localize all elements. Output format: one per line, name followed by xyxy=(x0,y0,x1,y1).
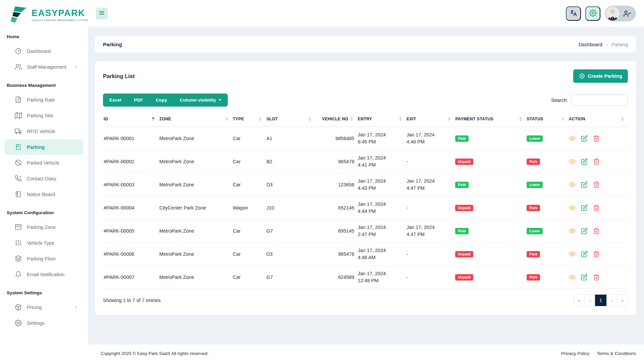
cell-payment-status: Paid xyxy=(454,127,526,150)
cell-id: #PARK-00005 xyxy=(103,220,159,243)
terms-conditions-link[interactable]: Terms & Conditions xyxy=(597,351,636,356)
column-header-action[interactable]: ACTION xyxy=(568,113,628,127)
page-1-button[interactable]: 1 xyxy=(595,295,607,306)
edit-button[interactable] xyxy=(581,228,588,234)
delete-button[interactable] xyxy=(593,135,600,142)
view-button[interactable] xyxy=(569,158,576,165)
export-pdf-button[interactable]: PDF xyxy=(127,94,149,107)
sidebar-item-label: Parking Rate xyxy=(27,97,55,103)
status-badge: Leave xyxy=(527,135,542,142)
breadcrumb-dashboard-link[interactable]: Dashboard xyxy=(579,42,602,47)
cell-slot: J10 xyxy=(266,196,315,220)
pagination: «‹1›» xyxy=(574,294,628,306)
previous-page-button[interactable]: ‹ xyxy=(585,295,595,306)
truck-icon xyxy=(15,128,22,135)
sidebar-item-parking-slot[interactable]: Parking Slot xyxy=(5,108,83,123)
first-page-button[interactable]: « xyxy=(574,295,585,306)
column-visibility-button[interactable]: Column visibility xyxy=(173,94,228,107)
sidebar-item-label: Contact Diary xyxy=(27,176,56,181)
sidebar-item-label: Notice Board xyxy=(27,192,55,197)
column-header-payment-status[interactable]: PAYMENT STATUS xyxy=(454,113,526,127)
column-header-type[interactable]: TYPE xyxy=(232,113,266,127)
view-button[interactable] xyxy=(569,204,576,211)
cell-status: Park xyxy=(526,150,568,173)
table-row: #PARK-00007MetroPark ZoneCarG7624589Jan … xyxy=(103,266,628,289)
delete-button[interactable] xyxy=(593,158,600,165)
cell-exit: - xyxy=(406,150,455,173)
cell-slot: A1 xyxy=(266,127,315,150)
cell-id: #PARK-00004 xyxy=(103,196,159,220)
column-header-vehicle-no[interactable]: VEHICLE NO xyxy=(315,113,357,127)
column-header-entry[interactable]: ENTRY xyxy=(357,113,406,127)
cell-vehicle-no: 965478 xyxy=(315,150,357,173)
sidebar-item-parking[interactable]: Parking xyxy=(5,139,83,155)
sidebar-item-parking-floor[interactable]: Parking Floor xyxy=(5,251,83,266)
view-button[interactable] xyxy=(569,274,576,281)
sidebar-item-pricing[interactable]: Pricing xyxy=(5,299,83,315)
edit-button[interactable] xyxy=(581,204,588,211)
cell-id: #PARK-00006 xyxy=(103,243,159,266)
delete-button[interactable] xyxy=(593,274,600,281)
sort-arrows-icon xyxy=(399,117,402,121)
column-label: STATUS xyxy=(527,117,543,121)
view-button[interactable] xyxy=(569,181,576,188)
column-header-id[interactable]: ID xyxy=(103,113,159,127)
edit-button[interactable] xyxy=(581,158,588,165)
cell-entry: Jan 17, 202412:48 PM xyxy=(357,266,406,289)
edit-button[interactable] xyxy=(581,274,588,281)
sidebar-item-parked-vehicle[interactable]: Parked Vehicle xyxy=(5,155,83,171)
cell-action xyxy=(568,243,628,266)
sidebar-item-rfid-vehicle[interactable]: RFID Vehicle xyxy=(5,123,83,139)
settings-button[interactable] xyxy=(585,6,600,21)
edit-button[interactable] xyxy=(581,251,588,257)
export-excel-button[interactable]: Excel xyxy=(103,94,127,107)
create-parking-button[interactable]: Create Parking xyxy=(573,69,628,83)
sidebar-item-dashboard[interactable]: Dashboard xyxy=(5,43,83,59)
edit-icon xyxy=(581,251,588,257)
profile-button[interactable] xyxy=(605,6,636,21)
last-page-button[interactable]: » xyxy=(617,295,628,306)
sidebar-toggle-button[interactable] xyxy=(96,8,108,19)
search-area: Search: xyxy=(551,95,628,106)
phone-icon xyxy=(15,175,22,182)
delete-button[interactable] xyxy=(593,228,600,234)
column-header-exit[interactable]: EXIT xyxy=(406,113,455,127)
payment-status-badge: Unpaid xyxy=(455,251,473,257)
column-header-status[interactable]: STATUS xyxy=(526,113,568,127)
content-area: Parking Dashboard › Parking Parking List… xyxy=(88,27,644,345)
view-button[interactable] xyxy=(569,251,576,257)
delete-button[interactable] xyxy=(593,204,600,211)
view-button[interactable] xyxy=(569,135,576,142)
column-header-zone[interactable]: ZONE xyxy=(159,113,232,127)
payment-status-badge: Unpaid xyxy=(455,159,473,165)
cell-entry: Jan 17, 20246:45 PM xyxy=(357,127,406,150)
privacy-policy-link[interactable]: Privacy Policy xyxy=(561,351,589,356)
column-label: VEHICLE NO xyxy=(322,117,348,121)
sidebar-item-settings[interactable]: Settings xyxy=(5,315,83,331)
delete-button[interactable] xyxy=(593,181,600,188)
card-title: Parking List xyxy=(103,73,135,79)
column-header-slot[interactable]: SLOT xyxy=(266,113,315,127)
sidebar-item-parking-zone[interactable]: Parking Zone xyxy=(5,219,83,235)
translate-icon xyxy=(570,9,577,18)
sort-arrows-icon xyxy=(308,117,311,121)
gear-icon xyxy=(15,319,22,326)
sidebar-item-email-notification[interactable]: Email Notification xyxy=(5,266,83,282)
search-input[interactable] xyxy=(571,95,628,106)
sidebar-item-parking-rate[interactable]: Parking Rate xyxy=(5,92,83,108)
map-icon xyxy=(15,112,22,119)
sidebar-item-staff-management[interactable]: Staff Management xyxy=(5,59,83,75)
next-page-button[interactable]: › xyxy=(607,295,617,306)
edit-button[interactable] xyxy=(581,181,588,188)
edit-button[interactable] xyxy=(581,135,588,142)
sidebar-item-label: Email Notification xyxy=(27,272,64,277)
file-text-icon xyxy=(15,96,22,103)
sidebar-item-notice-board[interactable]: Notice Board xyxy=(5,186,83,202)
view-button[interactable] xyxy=(569,228,576,234)
sidebar-item-contact-diary[interactable]: Contact Diary xyxy=(5,171,83,186)
sidebar-item-vehicle-type[interactable]: Vehicle Type xyxy=(5,235,83,251)
translate-button[interactable] xyxy=(566,6,581,21)
delete-button[interactable] xyxy=(593,251,600,257)
copy-button[interactable]: Copy xyxy=(149,94,173,107)
page-footer: Copyright 2025 © Easy Park SaaS All righ… xyxy=(88,345,644,362)
